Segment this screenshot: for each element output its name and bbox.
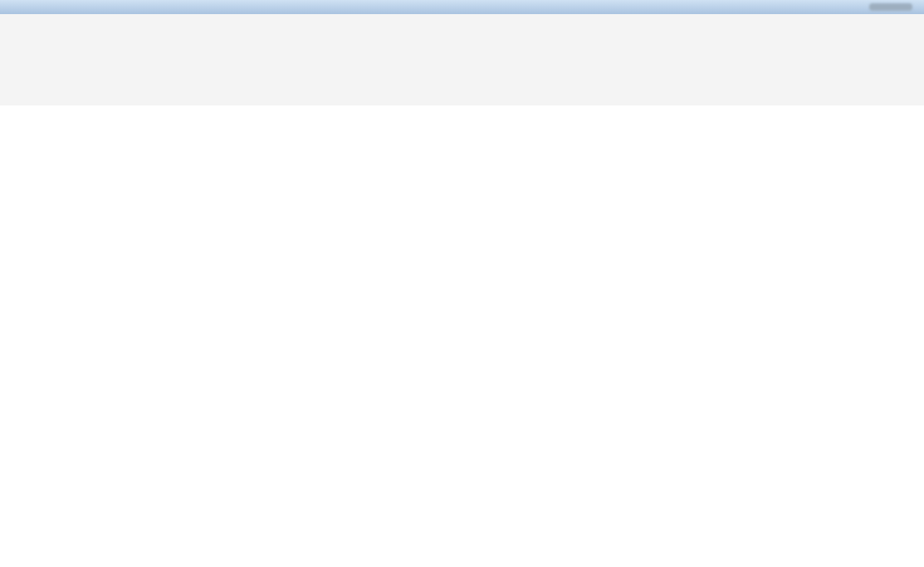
toolbar-drawing xyxy=(0,83,924,106)
menu-bar xyxy=(0,14,924,34)
title-bar xyxy=(0,0,924,15)
toolbar-main xyxy=(0,33,924,61)
kline-chart[interactable] xyxy=(0,116,924,567)
titlebar-smudge xyxy=(869,3,912,11)
toolbar-navigation xyxy=(0,60,924,84)
date-axis xyxy=(0,105,924,116)
